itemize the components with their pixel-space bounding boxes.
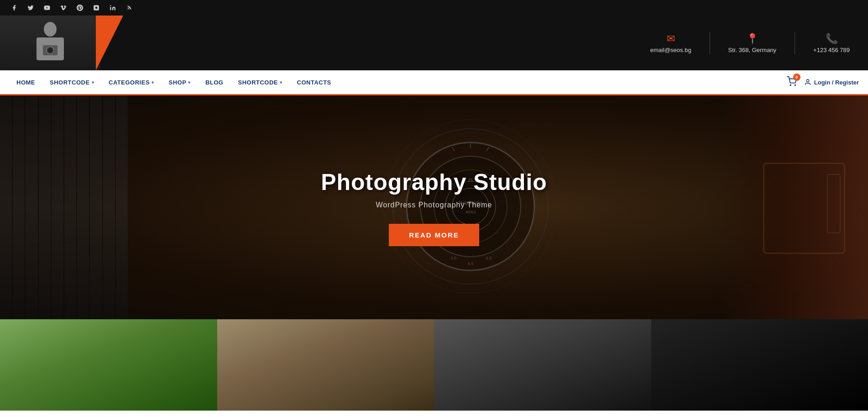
phone-text: +123 456 789 — [813, 47, 850, 53]
thumbnail-strip — [0, 319, 868, 411]
nav-right: 0 Login / Register — [787, 76, 859, 89]
thumbnail-2[interactable] — [217, 319, 434, 411]
strip-7 — [77, 95, 89, 319]
thumbnail-3[interactable] — [434, 319, 651, 411]
social-facebook[interactable] — [9, 3, 19, 13]
social-instagram[interactable] — [91, 3, 101, 13]
social-twitter[interactable] — [26, 3, 36, 13]
hero-section: Voigtländer 25 10 16 4.5 6.3 3.5 46064 P… — [0, 95, 868, 319]
strip-9 — [103, 95, 115, 319]
chevron-down-icon: ▾ — [188, 80, 191, 85]
hero-content: Photography Studio WordPress Photography… — [321, 169, 547, 246]
strip-5 — [52, 95, 63, 319]
svg-point-11 — [790, 84, 791, 85]
nav-item-home[interactable]: HOME — [9, 70, 42, 95]
contact-divider-1 — [710, 32, 710, 54]
strip-10 — [116, 95, 128, 319]
login-button[interactable]: Login / Register — [804, 79, 859, 86]
strip-2 — [13, 95, 25, 319]
nav-item-categories[interactable]: CATEGORIES ▾ — [101, 70, 162, 95]
thumbnail-4[interactable] — [651, 319, 868, 411]
navbar: HOME SHORTCODE ▾ CATEGORIES ▾ SHOP ▾ BLO… — [0, 70, 868, 95]
nav-item-shortcode2[interactable]: SHORTCODE ▾ — [230, 70, 289, 95]
login-label: Login / Register — [814, 79, 859, 86]
svg-text:3.5: 3.5 — [451, 256, 457, 260]
contact-phone: 📞 +123 456 789 — [813, 33, 850, 53]
strip-3 — [26, 95, 37, 319]
svg-point-5 — [127, 10, 127, 10]
logo[interactable] — [0, 16, 100, 70]
svg-point-13 — [806, 79, 809, 82]
email-text: email@seos.bg — [650, 47, 691, 53]
social-vimeo[interactable] — [58, 3, 68, 13]
hero-title: Photography Studio — [321, 169, 547, 195]
strip-1 — [0, 95, 12, 319]
contact-address: 📍 Str. 368, Germany — [728, 33, 777, 53]
social-linkedin[interactable] — [108, 3, 118, 13]
nav-item-shop[interactable]: SHOP ▾ — [162, 70, 198, 95]
contact-area: ✉ email@seos.bg 📍 Str. 368, Germany 📞 +1… — [100, 32, 868, 54]
social-pinterest[interactable] — [75, 3, 85, 13]
svg-rect-3 — [110, 7, 111, 10]
diagonal-accent — [96, 16, 132, 70]
hero-subtitle: WordPress Photography Theme — [321, 201, 547, 209]
chevron-down-icon: ▾ — [280, 80, 282, 85]
thumbnail-1[interactable] — [0, 319, 217, 411]
nav-links: HOME SHORTCODE ▾ CATEGORIES ▾ SHOP ▾ BLO… — [9, 70, 339, 95]
nav-item-shortcode1[interactable]: SHORTCODE ▾ — [42, 70, 101, 95]
address-text: Str. 368, Germany — [728, 47, 777, 53]
location-icon: 📍 — [746, 33, 758, 45]
svg-text:6.3: 6.3 — [486, 256, 492, 260]
cart-button[interactable]: 0 — [787, 76, 797, 89]
chevron-down-icon: ▾ — [152, 80, 154, 85]
cart-badge: 0 — [793, 74, 800, 81]
svg-point-12 — [795, 84, 795, 85]
header: ✉ email@seos.bg 📍 Str. 368, Germany 📞 +1… — [0, 16, 868, 70]
hero-read-more-button[interactable]: READ MORE — [389, 224, 479, 246]
social-youtube[interactable] — [42, 3, 52, 13]
svg-text:4.5: 4.5 — [468, 261, 474, 266]
svg-point-10 — [48, 48, 52, 53]
phone-icon: 📞 — [826, 33, 838, 45]
contact-email: ✉ email@seos.bg — [650, 33, 691, 53]
nav-item-contacts[interactable]: CONTACTS — [290, 70, 339, 95]
nav-item-blog[interactable]: BLOG — [198, 70, 231, 95]
strip-6 — [64, 95, 76, 319]
strip-8 — [90, 95, 102, 319]
contact-divider-2 — [795, 32, 795, 54]
strip-4 — [39, 95, 51, 319]
svg-point-6 — [44, 22, 57, 37]
chevron-down-icon: ▾ — [92, 80, 94, 85]
email-icon: ✉ — [667, 33, 675, 45]
svg-point-4 — [110, 5, 111, 6]
social-rss[interactable] — [124, 3, 134, 13]
hero-decoration-left — [0, 95, 128, 319]
social-bar — [0, 0, 868, 16]
